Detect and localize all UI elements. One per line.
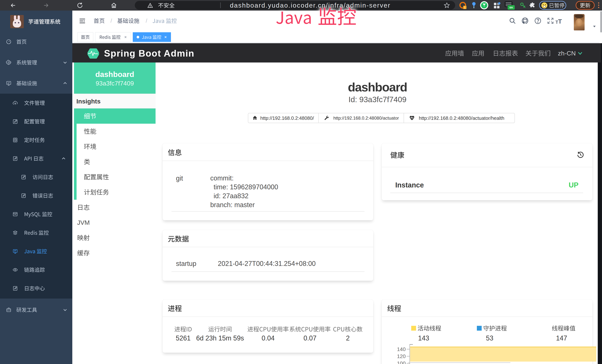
svg-text:1: 1 xyxy=(464,6,465,9)
